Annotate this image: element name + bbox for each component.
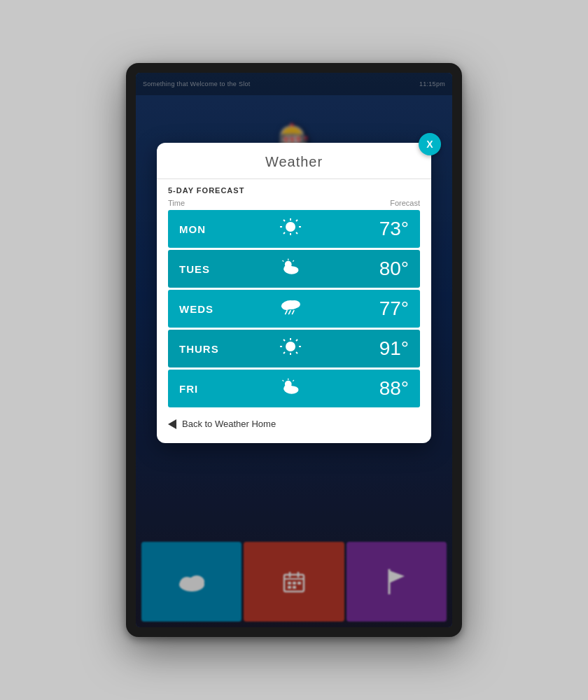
icon-thurs	[221, 337, 360, 360]
icon-weds	[221, 297, 360, 321]
forecast-row-thurs[interactable]: THURS 9	[168, 330, 420, 368]
svg-point-34	[286, 342, 295, 351]
back-link-text: Back to Weather Home	[182, 419, 276, 429]
svg-line-33	[292, 311, 293, 314]
svg-line-40	[296, 352, 298, 354]
svg-line-32	[289, 311, 290, 314]
forecast-rows: MON 73°	[157, 210, 431, 407]
icon-mon	[221, 217, 360, 241]
svg-line-46	[293, 380, 294, 382]
svg-line-19	[296, 232, 298, 234]
svg-line-25	[293, 260, 294, 262]
svg-line-24	[283, 260, 284, 262]
forecast-section-label: 5-DAY FORECAST	[157, 179, 431, 199]
day-tues: TUES	[179, 263, 221, 275]
device: Something that Welcome to the Slot 11:15…	[126, 63, 462, 637]
icon-tues	[221, 257, 360, 281]
forecast-row-fri[interactable]: FRI 88°	[168, 370, 420, 407]
device-screen: Something that Welcome to the Slot 11:15…	[136, 73, 452, 627]
forecast-row-mon[interactable]: MON 73°	[168, 210, 420, 248]
forecast-row-weds[interactable]: WEDS 77°	[168, 290, 420, 328]
svg-point-13	[286, 222, 295, 232]
svg-line-42	[284, 352, 285, 354]
day-thurs: THURS	[179, 343, 221, 355]
temp-mon: 73°	[360, 218, 409, 240]
svg-point-30	[289, 300, 300, 308]
back-arrow-icon	[168, 419, 176, 429]
modal-close-button[interactable]: X	[419, 133, 441, 155]
svg-point-27	[284, 265, 293, 273]
day-weds: WEDS	[179, 303, 221, 315]
forecast-row-tues[interactable]: TUES 80°	[168, 250, 420, 288]
modal-title: Weather	[157, 143, 431, 179]
col-header-forecast: Forecast	[390, 199, 420, 207]
icon-fri	[221, 377, 360, 400]
col-header-time: Time	[168, 199, 185, 207]
svg-line-41	[296, 340, 298, 341]
svg-line-21	[284, 232, 285, 234]
temp-thurs: 91°	[360, 337, 409, 360]
temp-weds: 77°	[360, 298, 409, 320]
temp-tues: 80°	[360, 258, 409, 280]
svg-line-39	[284, 340, 285, 341]
day-fri: FRI	[179, 383, 221, 395]
back-to-weather-home-link[interactable]: Back to Weather Home	[157, 407, 431, 429]
weather-modal: X Weather 5-DAY FORECAST Time Forecast M…	[157, 143, 431, 443]
svg-line-45	[283, 380, 284, 382]
svg-point-48	[284, 385, 293, 393]
svg-line-20	[296, 220, 298, 221]
temp-fri: 88°	[360, 377, 409, 400]
svg-line-31	[286, 311, 287, 314]
svg-line-18	[284, 220, 285, 221]
day-mon: MON	[179, 223, 221, 235]
forecast-column-headers: Time Forecast	[157, 199, 431, 210]
